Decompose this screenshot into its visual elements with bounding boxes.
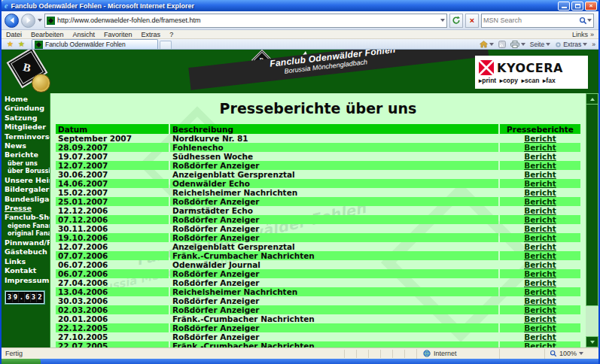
bericht-link[interactable]: Bericht <box>524 251 556 260</box>
table-row: 22.07.2005 Fränk.-Crumbacher Nachrichten… <box>56 341 580 347</box>
bericht-link[interactable]: Bericht <box>524 287 556 296</box>
scroll-down-button[interactable] <box>586 336 598 347</box>
scroll-track[interactable] <box>586 306 598 336</box>
sidebar-item[interactable]: News <box>2 141 50 150</box>
col-header-presseberichte: Presseberichte <box>500 124 580 134</box>
close-button[interactable]: × <box>585 2 597 11</box>
sidebar-item[interactable]: Home <box>2 95 50 104</box>
cell-date: 19.10.2006 <box>56 233 169 242</box>
sidebar-item[interactable]: original Fanartikel <box>2 230 50 238</box>
sidebar-item[interactable]: Links <box>2 257 50 266</box>
back-button[interactable] <box>5 14 19 28</box>
zoom-control[interactable]: 100% <box>544 349 598 359</box>
bericht-link[interactable]: Bericht <box>524 161 556 170</box>
cell-date: 19.07.2007 <box>56 152 169 161</box>
bericht-link[interactable]: Bericht <box>524 233 556 242</box>
new-tab-stub[interactable] <box>160 41 172 49</box>
feeds-button[interactable] <box>498 41 506 48</box>
fanclub-banner: Fanclub Odenwälder Fohlen Borussia Mönch… <box>188 50 489 90</box>
tab-active[interactable]: Fanclub Odenwälder Fohlen <box>32 39 158 49</box>
menu-item[interactable]: Ansicht <box>73 31 96 38</box>
cell-date: 06.07.2006 <box>56 269 169 278</box>
maximize-button[interactable] <box>571 2 583 11</box>
start-button-fragment[interactable] <box>2 359 41 364</box>
bericht-link[interactable]: Bericht <box>524 269 556 278</box>
sidebar-item[interactable]: Fanclub-Shop <box>2 213 50 222</box>
zoom-dropdown[interactable] <box>579 352 583 355</box>
bericht-link[interactable]: Bericht <box>524 278 556 287</box>
table-row: 15.02.2007 Reichelsheimer Nachrichten Be… <box>56 188 580 197</box>
refresh-icon <box>452 16 461 25</box>
sidebar-item[interactable]: über uns <box>2 160 50 168</box>
sidebar-item[interactable]: Satzung <box>2 114 50 123</box>
cell-description: Roßdörfer Anzeiger <box>170 233 498 242</box>
menu-item[interactable]: Favoriten <box>104 31 132 38</box>
sidebar-item[interactable]: Kontakt <box>2 266 50 275</box>
bericht-link[interactable]: Bericht <box>524 341 556 347</box>
refresh-button[interactable] <box>449 14 463 28</box>
cell-date: 22.07.2005 <box>56 341 169 347</box>
bericht-link[interactable]: Bericht <box>524 332 556 341</box>
add-favorite-icon[interactable]: ★ <box>18 40 25 49</box>
sidebar-item[interactable]: Mitglieder <box>2 123 50 132</box>
seite-button[interactable]: Seite <box>530 41 550 48</box>
search-box[interactable] <box>481 14 594 28</box>
sidebar-item[interactable]: Pinnwand/Forum <box>2 238 50 247</box>
bericht-link[interactable]: Bericht <box>524 260 556 269</box>
sidebar-item[interactable]: Gästebuch <box>2 247 50 256</box>
sidebar-item[interactable]: Berichte <box>2 150 50 159</box>
bericht-link[interactable]: Bericht <box>524 134 556 143</box>
sidebar-item[interactable]: über Borussia <box>2 168 50 176</box>
kyocera-ad[interactable]: KYOCERA ▸print ▸copy ▸scan ▸fax <box>475 56 588 89</box>
bericht-link[interactable]: Bericht <box>524 242 556 251</box>
sidebar-item[interactable]: Impressum <box>2 276 50 285</box>
links-toolbar[interactable]: Links » <box>572 31 594 38</box>
search-dropdown[interactable] <box>587 19 592 22</box>
menu-item[interactable]: Extras <box>142 31 161 38</box>
search-icon[interactable] <box>579 17 587 25</box>
sidebar-item[interactable]: Presse <box>2 204 50 213</box>
page-title: Presseberichte über uns <box>50 100 586 117</box>
address-field[interactable]: http://www.odenwaelder-fohlen.de/framese… <box>44 14 447 28</box>
extras-button[interactable]: Extras <box>555 41 587 48</box>
address-dropdown[interactable] <box>440 19 445 22</box>
sidebar-item[interactable]: Bundesliga-Tipp <box>2 195 50 204</box>
bericht-link[interactable]: Bericht <box>524 296 556 305</box>
bericht-link[interactable]: Bericht <box>524 314 556 323</box>
bericht-link[interactable]: Bericht <box>524 305 556 314</box>
menu-item[interactable]: Bearbeiten <box>31 31 64 38</box>
url-text[interactable]: http://www.odenwaelder-fohlen.de/framese… <box>57 17 438 24</box>
menu-item[interactable]: Datei <box>6 31 22 38</box>
stop-button[interactable]: × <box>465 14 479 28</box>
bericht-link[interactable]: Bericht <box>524 224 556 233</box>
sidebar-item[interactable]: Gründung <box>2 104 50 113</box>
sidebar-nav: HomeGründungSatzungMitgliederTerminvorsc… <box>2 93 50 347</box>
bericht-link[interactable]: Bericht <box>524 179 556 188</box>
club-coin-logo <box>32 74 50 93</box>
print-button[interactable] <box>510 41 525 48</box>
bericht-link[interactable]: Bericht <box>524 197 556 206</box>
bericht-link[interactable]: Bericht <box>524 323 556 332</box>
bericht-link[interactable]: Bericht <box>524 170 556 179</box>
bericht-link[interactable]: Bericht <box>524 215 556 224</box>
bericht-link[interactable]: Bericht <box>524 206 556 215</box>
sidebar-item[interactable]: Bildergalerie <box>2 185 50 194</box>
scroll-thumb[interactable] <box>586 105 598 306</box>
forward-button[interactable] <box>21 14 35 28</box>
menu-item[interactable]: ? <box>169 31 173 38</box>
globe-icon <box>423 350 431 357</box>
minimize-button[interactable] <box>558 2 570 11</box>
history-dropdown[interactable] <box>38 19 42 22</box>
scroll-up-button[interactable] <box>586 93 598 105</box>
bericht-link[interactable]: Bericht <box>524 188 556 197</box>
more-tools-chevron[interactable]: » <box>592 41 595 48</box>
menu-items: DateiBearbeitenAnsichtFavoritenExtras? <box>6 31 173 38</box>
favorites-star-icon[interactable]: ★ <box>7 40 14 49</box>
bericht-link[interactable]: Bericht <box>524 143 556 152</box>
bericht-link[interactable]: Bericht <box>524 152 556 161</box>
sidebar-item[interactable]: eigene Fanartikel <box>2 223 50 231</box>
home-button[interactable] <box>480 41 494 48</box>
search-input[interactable] <box>483 17 579 24</box>
sidebar-item[interactable]: Unsere Heimat <box>2 176 50 185</box>
sidebar-item[interactable]: Terminvorschau <box>2 132 50 141</box>
